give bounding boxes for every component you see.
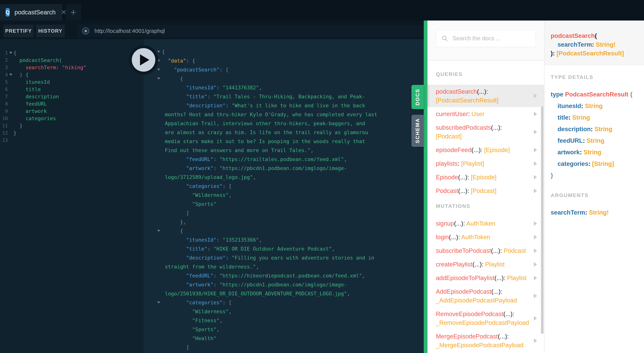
arguments-header: ARGUMENTS: [551, 192, 640, 198]
fold-caret-icon[interactable]: [157, 230, 160, 232]
doc-item-subscribedPodcasts[interactable]: subscribedPodcasts(...): [Podcast]: [428, 121, 544, 143]
doc-item-createPlaylist[interactable]: createPlaylist(...): Playlist: [428, 258, 544, 271]
fold-caret-icon[interactable]: [9, 52, 12, 54]
doc-item-currentUser[interactable]: currentUser: User: [428, 107, 544, 121]
history-button[interactable]: HISTORY: [36, 25, 65, 37]
editor-line[interactable]: 3 searchTerm: "hiking": [0, 64, 144, 71]
editor-line[interactable]: 4 ) {: [0, 71, 144, 78]
graphql-playground-window: Q podcastSearch ✕ + PRETTIFY HISTORY 1{2…: [0, 0, 644, 353]
code-segment: :: [592, 41, 596, 48]
code-segment: description: [26, 94, 59, 99]
editor-line[interactable]: 11 }: [0, 122, 144, 129]
query-editor-pane[interactable]: 1{2 podcastSearch(3 searchTerm: "hiking"…: [0, 39, 144, 353]
docs-search-box[interactable]: [436, 30, 536, 47]
docs-panel-drag-divider[interactable]: [424, 20, 428, 353]
result-line: Find out these answers and more on Trail…: [144, 146, 424, 155]
editor-line[interactable]: 1{: [0, 49, 144, 56]
doc-item-Podcast[interactable]: Podcast(...): [Podcast]: [428, 184, 544, 198]
code-segment: categories: [26, 115, 56, 121]
code-segment: [551, 41, 558, 48]
result-line: straight from the wilderness.",: [144, 262, 424, 271]
editor-line[interactable]: 12}: [0, 129, 144, 137]
editor-line-text: ) {: [14, 71, 144, 78]
doc-item-CreateEpisode[interactable]: CreateEpisode(...): Episode: [428, 352, 544, 353]
prettify-button[interactable]: PRETTIFY: [3, 25, 34, 37]
doc-item-signup[interactable]: signup(...): AuthToken: [428, 217, 544, 230]
editor-line[interactable]: 8 feedURL: [0, 100, 144, 107]
fold-caret-icon[interactable]: [157, 78, 160, 79]
fold-caret-icon[interactable]: [157, 51, 160, 53]
fold-caret-icon[interactable]: [157, 302, 160, 303]
result-line: months? Host and thru-hiker Kyle O'Grady…: [144, 110, 424, 119]
docs-side-tab[interactable]: DOCS: [412, 85, 424, 109]
toolbar: PRETTIFY HISTORY: [0, 20, 424, 39]
execute-query-button[interactable]: [129, 45, 158, 75]
signature-line: searchTerm: String!: [551, 40, 640, 49]
endpoint-url-input[interactable]: [94, 28, 394, 34]
code-segment: String!: [596, 41, 616, 48]
code-segment: itunesId: [558, 102, 581, 109]
docs-scrollbar-thumb[interactable]: [541, 106, 544, 334]
field-type: Playlist: [507, 275, 527, 281]
code-segment: logo/2501938/HIKE_OR_DIE_OUTDOOR_ADVENTU…: [162, 291, 347, 297]
doc-item-Episode[interactable]: Episode(...): [Episode]: [428, 170, 544, 184]
doc-item-login[interactable]: login(...): AuthToken: [428, 230, 544, 244]
chevron-right-icon: [534, 276, 537, 280]
code-segment: String: [585, 102, 602, 109]
editor-line[interactable]: 10 categories: [0, 115, 144, 122]
editor-line-text: }: [14, 129, 144, 137]
editor-line[interactable]: 5 itunesId: [0, 78, 144, 86]
code-segment: "title": [186, 246, 208, 252]
code-segment: searchTerm: [558, 41, 592, 48]
code-segment: :: [213, 282, 220, 288]
editor-line[interactable]: 7 description: [0, 93, 144, 100]
code-segment: [14, 123, 20, 129]
code-segment: media stars make it out to be? Is poopin…: [162, 138, 368, 144]
code-segment: searchTerm: [551, 209, 585, 216]
code-segment: "feedURL": [186, 156, 213, 162]
code-segment: "1441376382": [222, 85, 259, 90]
fold-caret-icon[interactable]: [9, 74, 12, 75]
fold-caret-icon[interactable]: [157, 69, 160, 70]
field-args: (...):: [503, 311, 514, 317]
result-line: "data": {: [144, 56, 424, 65]
editor-line[interactable]: 2 podcastSearch(: [0, 56, 144, 64]
result-line: "title": "Trail Tales - Thru-Hiking, Bac…: [144, 92, 424, 101]
editor-line[interactable]: 6 title: [0, 86, 144, 93]
new-tab-button[interactable]: +: [66, 4, 81, 20]
docs-search-input[interactable]: [452, 35, 528, 42]
field-name: playlists: [436, 160, 458, 167]
field-type: Playlist: [485, 261, 505, 268]
type-detail-line: artwork: String: [551, 146, 640, 158]
fold-gutter: [8, 49, 14, 56]
code-segment: ]: [186, 210, 189, 216]
field-args: (...):: [458, 187, 469, 194]
doc-item-AddEpisodePodcast[interactable]: AddEpisodePodcast(...):_AddEpisodePodcas…: [428, 285, 544, 307]
code-segment: [14, 101, 26, 107]
code-segment: : [: [222, 183, 232, 189]
result-line: are almost as crazy as him. Is life on t…: [144, 128, 424, 137]
chevron-right-icon: [534, 294, 537, 298]
doc-item-subscribeToPodcast[interactable]: subscribeToPodcast(...): Podcast: [428, 244, 544, 258]
editor-line[interactable]: 9 artwork: [0, 107, 144, 115]
doc-item-playlists[interactable]: playlists: [Playlist]: [428, 157, 544, 170]
code-segment: "Health": [192, 336, 216, 341]
line-number: 3: [0, 64, 8, 71]
doc-item-addEpisodeToPlaylist[interactable]: addEpisodeToPlaylist(...): Playlist: [428, 271, 544, 285]
doc-item-episodeFeed[interactable]: episodeFeed(...): [Episode]: [428, 143, 544, 157]
chevron-right-icon: [534, 161, 537, 166]
chevron-right-icon: [534, 316, 537, 321]
doc-item-podcastSearch[interactable]: podcastSearch(...):[PodcastSearchResult]: [428, 85, 544, 107]
field-args: (...):: [498, 333, 509, 340]
doc-item-RemoveEpisodePodcast[interactable]: RemoveEpisodePodcast(...):_RemoveEpisode…: [428, 307, 544, 330]
doc-item-MergeEpisodePodcast[interactable]: MergeEpisodePodcast(...):_MergeEpisodePo…: [428, 330, 544, 352]
schema-side-tab[interactable]: SCHEMA: [412, 115, 424, 147]
editor-line[interactable]: 13: [0, 137, 144, 144]
result-line: "artwork": "https://pbcdn1.podbean.com/i…: [144, 280, 424, 289]
code-segment: ,: [259, 85, 262, 90]
code-segment: "categories": [186, 300, 222, 306]
type-detail-line: title: String: [551, 112, 640, 123]
tab-podcastsearch[interactable]: Q podcastSearch ✕: [0, 4, 62, 20]
type-detail-line: categories: [String]: [551, 158, 640, 170]
code-segment: :: [56, 64, 62, 70]
